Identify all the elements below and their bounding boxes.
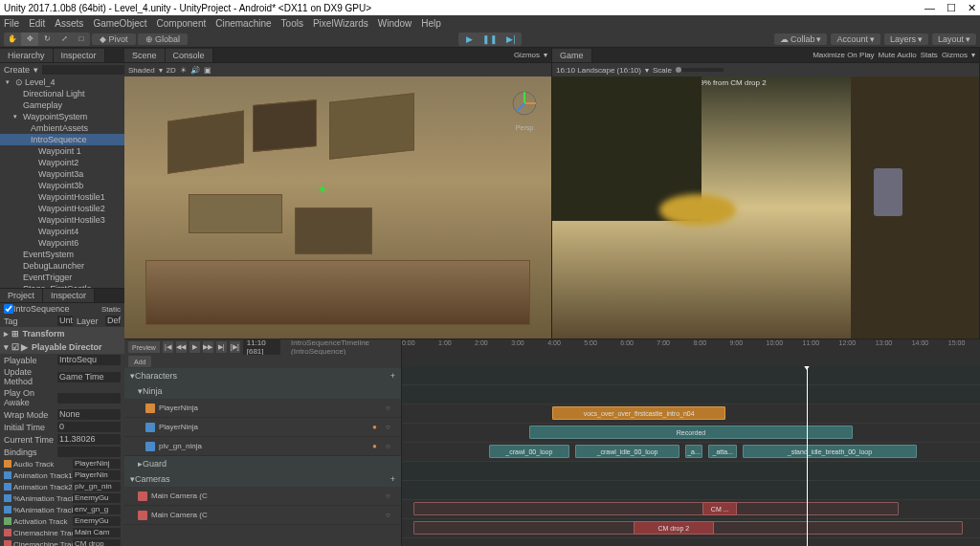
mute-icon[interactable]: ○ xyxy=(386,423,395,431)
hierarchy-item[interactable]: WaypointHostile3 xyxy=(0,214,124,226)
scene-fx-toggle[interactable]: ▣ xyxy=(204,66,212,75)
game-aspect-dropdown[interactable]: 16:10 Landscape (16:10) xyxy=(556,66,641,75)
menu-assets[interactable]: Assets xyxy=(55,18,83,29)
timeline-marker-area[interactable] xyxy=(402,353,980,366)
account-dropdown[interactable]: Account ▾ xyxy=(831,33,880,45)
transform-gizmo[interactable]: ✦ xyxy=(317,182,328,197)
scene-viewport[interactable]: ✦ Persp xyxy=(124,76,551,339)
game-viewport[interactable]: CM Main Camera: CM Gameplay dolly A 39% … xyxy=(552,76,979,339)
hierarchy-item[interactable]: EventTrigger xyxy=(0,272,124,283)
binding-value[interactable]: PlayerNinj xyxy=(73,459,121,469)
tag-value[interactable]: Untagged xyxy=(57,316,73,326)
menu-edit[interactable]: Edit xyxy=(29,18,45,29)
playable-director-component[interactable]: ▾ ☑ ▶ Playable Director xyxy=(0,340,124,354)
move-tool[interactable]: ✥ xyxy=(21,33,38,46)
hierarchy-item[interactable]: ▾WaypointSystem xyxy=(0,111,124,122)
tab-project[interactable]: Project xyxy=(0,289,43,302)
hierarchy-create[interactable]: Create xyxy=(4,65,30,75)
inspector-field-value[interactable]: None xyxy=(57,409,121,420)
timeline-ruler[interactable]: 0:001:002:003:004:005:006:007:008:009:00… xyxy=(402,339,980,353)
binding-value[interactable]: PlayerNin xyxy=(73,470,121,480)
timeline-goto-start[interactable]: |◀ xyxy=(163,341,173,353)
close-button[interactable]: ✕ xyxy=(968,2,976,14)
menu-file[interactable]: File xyxy=(4,18,19,29)
mute-icon[interactable]: ○ xyxy=(386,491,395,500)
tab-inspector[interactable]: Inspector xyxy=(43,289,95,302)
inspector-field-value[interactable] xyxy=(57,393,121,404)
timeline-group-cameras[interactable]: ▾ Cameras+ xyxy=(124,471,401,487)
binding-value[interactable]: plv_gn_nin xyxy=(73,482,121,491)
hierarchy-item[interactable]: AmbientAssets xyxy=(0,122,124,134)
collab-dropdown[interactable]: ☁ Collab ▾ xyxy=(774,33,828,45)
menu-tools[interactable]: Tools xyxy=(281,18,303,29)
mute-icon[interactable]: ○ xyxy=(386,511,395,519)
hierarchy-item[interactable]: DebugLauncher xyxy=(0,260,124,272)
timeline-group-characters[interactable]: ▾ Characters+ xyxy=(124,368,401,383)
timeline-preview-toggle[interactable]: Preview xyxy=(128,341,160,353)
clip-stand[interactable]: _stand_idle_breath_00_loop xyxy=(743,445,916,458)
hierarchy-item[interactable]: Waypoint 1 xyxy=(0,145,124,157)
timeline-next-frame[interactable]: ▶▶ xyxy=(203,341,213,353)
scale-tool[interactable]: ⤢ xyxy=(56,33,73,46)
menu-cinemachine[interactable]: Cinemachine xyxy=(215,18,271,29)
hierarchy-item[interactable]: EventSystem xyxy=(0,249,124,260)
timeline-time-field[interactable]: 11:10 [681] xyxy=(243,339,280,356)
tab-hierarchy[interactable]: Hierarchy xyxy=(0,49,54,62)
minimize-button[interactable]: — xyxy=(924,2,935,14)
maximize-button[interactable]: ☐ xyxy=(947,2,956,14)
pause-button[interactable]: ❚❚ xyxy=(479,33,501,46)
game-maximize-toggle[interactable]: Maximize On Play xyxy=(813,51,874,59)
layers-dropdown[interactable]: Layers ▾ xyxy=(884,33,928,45)
clip-cm[interactable]: CM ... xyxy=(702,502,737,515)
menu-component[interactable]: Component xyxy=(157,18,207,29)
scene-gizmos-toggle[interactable]: Gizmos xyxy=(514,51,540,59)
timeline-clips-area[interactable]: vocs_over_over_firstcastle_intro_n04 Rec… xyxy=(402,366,980,546)
inspector-enabled-checkbox[interactable] xyxy=(4,304,13,314)
hierarchy-item[interactable]: Waypoint6 xyxy=(0,237,124,249)
timeline-playhead[interactable] xyxy=(807,366,808,546)
record-icon[interactable]: ● xyxy=(372,423,382,431)
rotate-tool[interactable]: ↻ xyxy=(38,33,56,46)
timeline-track-anim2[interactable]: plv_gn_ninja ● ○ xyxy=(124,437,401,456)
game-stats-toggle[interactable]: Stats xyxy=(921,51,938,59)
menu-gameobject[interactable]: GameObject xyxy=(93,18,146,29)
clip-recorded[interactable]: Recorded xyxy=(529,426,853,439)
play-button[interactable]: ▶ xyxy=(458,33,479,46)
inspector-field-value[interactable]: IntroSequ xyxy=(57,355,121,365)
timeline-subgroup-ninja[interactable]: ▾ Ninja xyxy=(124,383,401,399)
binding-value[interactable]: CM drop xyxy=(73,539,121,546)
clip-cm-outline[interactable] xyxy=(413,502,899,515)
menu-window[interactable]: Window xyxy=(378,18,412,29)
menu-pixelwizards[interactable]: PixelWizards xyxy=(313,18,368,29)
mute-icon[interactable]: ○ xyxy=(386,404,395,412)
timeline-track-cam2[interactable]: Main Camera (C ○ xyxy=(124,506,401,525)
timeline-goto-end[interactable]: ▶| xyxy=(216,341,227,353)
menu-help[interactable]: Help xyxy=(421,18,441,29)
binding-value[interactable]: env_gn_g xyxy=(73,505,121,514)
clip-cmdrop[interactable]: CM drop 2 xyxy=(634,521,715,535)
timeline-range[interactable]: [▶] xyxy=(230,341,240,353)
inspector-field-value[interactable]: 11.38026 xyxy=(57,434,121,445)
inspector-field-value[interactable]: 0 xyxy=(57,422,121,432)
binding-value[interactable]: Main Cam xyxy=(73,528,121,537)
tab-inspector-top[interactable]: Inspector xyxy=(54,49,105,62)
inspector-field-value[interactable]: Game Time xyxy=(57,372,121,382)
clip-crawl1[interactable]: _crawl_00_loop xyxy=(489,445,570,458)
step-button[interactable]: ▶| xyxy=(501,33,522,46)
clip-crawl2[interactable]: _crawl_idle_00_loop xyxy=(575,445,679,458)
scene-shaded-dropdown[interactable]: Shaded xyxy=(128,66,155,75)
hand-tool[interactable]: ✋ xyxy=(4,33,21,46)
hierarchy-item[interactable]: Gameplay xyxy=(0,99,124,111)
clip-audio[interactable]: vocs_over_over_firstcastle_intro_n04 xyxy=(552,406,725,420)
scene-light-toggle[interactable]: ☀ xyxy=(180,66,187,75)
mute-icon[interactable]: ○ xyxy=(386,442,395,450)
hierarchy-item[interactable]: Waypoint3b xyxy=(0,180,124,191)
tab-scene[interactable]: Scene xyxy=(124,49,166,62)
scene-orientation-gizmo[interactable]: Persp xyxy=(505,84,544,122)
binding-value[interactable]: EnemyGu xyxy=(73,493,121,503)
layer-value[interactable]: Default xyxy=(105,316,121,326)
hierarchy-root[interactable]: ▾⊙ Level_4 xyxy=(0,76,124,88)
hierarchy-item[interactable]: Waypoint4 xyxy=(0,226,124,237)
hierarchy-item[interactable]: IntroSequence xyxy=(0,134,124,145)
timeline-play[interactable]: ▶ xyxy=(189,341,200,353)
